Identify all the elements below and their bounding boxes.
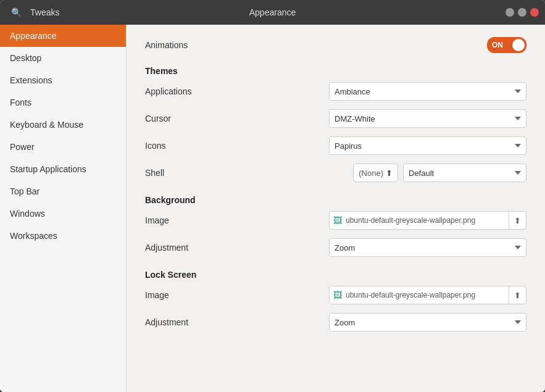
lock-screen-heading: Lock Screen <box>145 270 526 280</box>
lock-adjustment-label: Adjustment <box>145 317 281 327</box>
search-icon: 🔍 <box>11 7 22 17</box>
shell-upload-icon: ⬆ <box>386 169 393 178</box>
main-panel: Animations ON Themes Applications Ambian… <box>127 25 545 392</box>
background-adjustment-row: Adjustment Zoom <box>145 238 526 257</box>
sidebar-item-windows[interactable]: Windows <box>0 202 126 225</box>
shell-select[interactable]: Default <box>403 164 526 182</box>
cursor-select[interactable]: DMZ-White <box>329 109 526 128</box>
sidebar-item-keyboard-mouse[interactable]: Keyboard & Mouse <box>0 114 126 136</box>
divider-1 <box>145 62 526 62</box>
lock-adjustment-row: Adjustment Zoom <box>145 313 526 332</box>
lock-image-value: ubuntu-default-greyscale-wallpaper.png <box>346 291 509 299</box>
maximize-button[interactable] <box>518 8 526 17</box>
background-image-picker[interactable]: 🖼 ubuntu-default-greyscale-wallpaper.png… <box>329 211 526 230</box>
animations-row: Animations ON <box>145 37 526 53</box>
toggle-knob <box>512 39 525 51</box>
shell-row: Shell (None) ⬆ Default <box>145 164 526 182</box>
minimize-button[interactable] <box>505 8 514 17</box>
main-window: 🔍 Tweaks Appearance Appearance Desktop E… <box>0 0 545 392</box>
shell-none-label: (None) <box>359 169 383 178</box>
sidebar-item-startup-applications[interactable]: Startup Applications <box>0 158 126 180</box>
lock-image-row: Image 🖼 ubuntu-default-greyscale-wallpap… <box>145 286 526 304</box>
lock-image-icon: 🖼 <box>330 290 346 300</box>
applications-label: Applications <box>145 86 281 96</box>
background-upload-icon[interactable]: ⬆ <box>509 212 526 229</box>
lock-image-label: Image <box>145 290 281 300</box>
close-button[interactable] <box>530 8 539 17</box>
shell-none-button[interactable]: (None) ⬆ <box>353 164 398 182</box>
lock-adjustment-select[interactable]: Zoom <box>329 313 526 332</box>
sidebar-item-desktop[interactable]: Desktop <box>0 47 126 69</box>
icons-select[interactable]: Papirus <box>329 136 526 155</box>
animations-label: Animations <box>145 40 281 50</box>
sidebar-item-power[interactable]: Power <box>0 136 126 158</box>
background-adjustment-select[interactable]: Zoom <box>329 238 526 257</box>
content-area: Appearance Desktop Extensions Fonts Keyb… <box>0 25 545 392</box>
window-title: Appearance <box>249 7 296 17</box>
background-adjustment-label: Adjustment <box>145 243 281 252</box>
background-heading: Background <box>145 195 526 205</box>
divider-2 <box>145 191 526 191</box>
background-image-value: ubuntu-default-greyscale-wallpaper.png <box>346 216 509 225</box>
sidebar-item-appearance[interactable]: Appearance <box>0 25 126 47</box>
themes-heading: Themes <box>145 66 526 76</box>
window-controls <box>505 8 539 17</box>
applications-row: Applications Ambiance <box>145 82 526 101</box>
background-image-label: Image <box>145 215 281 225</box>
search-button[interactable]: 🔍 <box>6 5 27 20</box>
titlebar: 🔍 Tweaks Appearance <box>0 0 545 25</box>
shell-controls: (None) ⬆ Default <box>353 164 526 182</box>
applications-select[interactable]: Ambiance <box>329 82 526 101</box>
icons-row: Icons Papirus <box>145 136 526 155</box>
cursor-row: Cursor DMZ-White <box>145 109 526 128</box>
lock-image-picker[interactable]: 🖼 ubuntu-default-greyscale-wallpaper.png… <box>329 286 526 304</box>
sidebar-item-fonts[interactable]: Fonts <box>0 91 126 114</box>
image-icon: 🖼 <box>330 215 346 225</box>
toggle-on-label: ON <box>487 41 503 49</box>
cursor-label: Cursor <box>145 114 281 123</box>
sidebar-item-workspaces[interactable]: Workspaces <box>0 225 126 247</box>
shell-label: Shell <box>145 168 281 178</box>
divider-3 <box>145 265 526 266</box>
lock-upload-icon[interactable]: ⬆ <box>509 286 526 304</box>
animations-toggle[interactable]: ON <box>487 37 526 53</box>
sidebar: Appearance Desktop Extensions Fonts Keyb… <box>0 25 127 392</box>
icons-label: Icons <box>145 141 281 151</box>
background-image-row: Image 🖼 ubuntu-default-greyscale-wallpap… <box>145 211 526 230</box>
app-name-label: Tweaks <box>30 7 59 17</box>
sidebar-item-extensions[interactable]: Extensions <box>0 69 126 91</box>
sidebar-item-top-bar[interactable]: Top Bar <box>0 180 126 202</box>
